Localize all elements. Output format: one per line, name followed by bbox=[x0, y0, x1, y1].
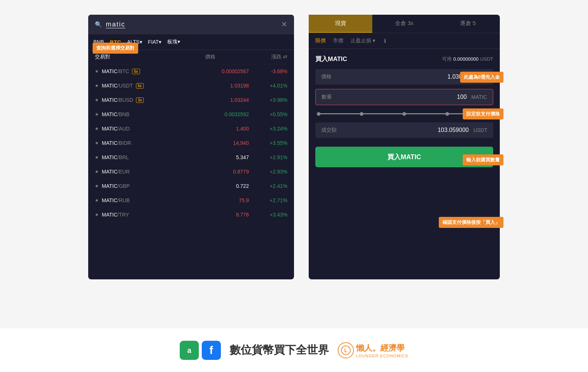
qty-currency: MATIC bbox=[471, 94, 487, 100]
pair-name: MATIC/EUR bbox=[102, 169, 130, 175]
change-cell: +2.71% bbox=[249, 197, 287, 203]
change-cell: +3.98% bbox=[249, 97, 287, 103]
pair-name: MATIC/TRY bbox=[102, 212, 129, 218]
svg-text:a: a bbox=[187, 346, 191, 354]
trade-row[interactable]: ★ MATIC/EUR 0.8779 +2.93% bbox=[88, 165, 294, 179]
pair-name: MATIC/BRL bbox=[102, 154, 129, 160]
trade-row[interactable]: ★ MATIC/TRY 8.776 +3.43% bbox=[88, 208, 294, 222]
star-icon: ★ bbox=[95, 198, 99, 203]
filter-tab-fiat[interactable]: FIAT▾ bbox=[148, 38, 161, 46]
star-icon: ★ bbox=[95, 83, 99, 88]
buy-title: 買入MATIC bbox=[315, 55, 347, 63]
slider-dot-75 bbox=[444, 111, 449, 116]
tooltip-confirm: 確認支付價格後按「買入」 bbox=[439, 217, 503, 228]
header-pair: 交易對 bbox=[95, 54, 172, 60]
trade-row[interactable]: ★ MATIC/AUD 1.400 +3.24% bbox=[88, 122, 294, 136]
change-cell: +3.55% bbox=[249, 140, 287, 146]
filter-tab-block[interactable]: 板塊▾ bbox=[167, 38, 180, 46]
slider-dot-50 bbox=[402, 111, 407, 116]
qty-label: 數量 bbox=[322, 94, 332, 100]
brand-icon: L bbox=[338, 342, 354, 358]
subtab-limit[interactable]: 限價 bbox=[315, 37, 326, 44]
change-cell: +0.55% bbox=[249, 111, 287, 117]
price-cell: 0.722 bbox=[172, 183, 249, 189]
search-bar[interactable]: 🔍 matic ✕ bbox=[88, 15, 294, 34]
change-cell: +3.43% bbox=[249, 212, 287, 218]
available-label: 可用 bbox=[442, 56, 452, 62]
trade-row[interactable]: ★ MATIC/USDT 5x 1.03198 +4.01% bbox=[88, 79, 294, 93]
change-cell: +2.41% bbox=[249, 183, 287, 189]
price-cell: 14,940 bbox=[172, 140, 249, 146]
price-cell: 75.9 bbox=[172, 197, 249, 203]
brand-sub: LOUNGER ECONOMICS bbox=[356, 354, 408, 358]
star-icon: ★ bbox=[95, 97, 99, 103]
tab-isolated[interactable]: 逐倉 5 bbox=[436, 15, 500, 33]
orange-query-label: 查詢和選擇交易對 bbox=[93, 43, 138, 54]
trade-row[interactable]: ★ MATIC/RUB 75.9 +2.71% bbox=[88, 193, 294, 208]
search-input[interactable]: matic bbox=[106, 21, 277, 28]
trade-row[interactable]: ★ MATIC/BIDR 14,940 +3.55% bbox=[88, 136, 294, 150]
leverage-badge: 5x bbox=[132, 69, 140, 74]
change-cell: +2.93% bbox=[249, 169, 287, 175]
qty-value-group: 100 MATIC bbox=[457, 94, 487, 100]
trade-row[interactable]: ★ MATIC/BUSD 3x 1.03244 +3.98% bbox=[88, 93, 294, 107]
price-cell: 5.347 bbox=[172, 154, 249, 160]
pair-name: MATIC/BUSD bbox=[102, 97, 133, 103]
qty-row[interactable]: 數量 100 MATIC bbox=[315, 89, 493, 105]
main-container: 查詢和選擇交易對 🔍 matic ✕ BNB BTC ALTS▾ FIAT▾ 板… bbox=[0, 0, 588, 372]
price-label: 價格 bbox=[321, 74, 331, 80]
slider-dot-0 bbox=[316, 111, 321, 116]
logo-icons: a f bbox=[180, 341, 221, 360]
price-cell: 0.00002567 bbox=[172, 68, 249, 74]
amount-value-group: 103.059000 USDT bbox=[438, 127, 487, 133]
buy-header: 買入MATIC 可用 0.00000000 USDT bbox=[315, 55, 493, 63]
trade-row[interactable]: ★ MATIC/BRL 5.347 +2.91% bbox=[88, 150, 294, 165]
available-info: 可用 0.00000000 USDT bbox=[442, 56, 493, 62]
star-icon: ★ bbox=[95, 112, 99, 117]
change-cell: +3.24% bbox=[249, 126, 287, 132]
price-cell: 1.03244 bbox=[172, 97, 249, 103]
brand-text: 懶人。經濟學 LOUNGER ECONOMICS bbox=[356, 343, 408, 358]
trade-row[interactable]: ★ MATIC/BNB 0.0032592 +0.55% bbox=[88, 107, 294, 122]
info-icon: ℹ bbox=[384, 38, 386, 44]
price-cell: 0.8779 bbox=[172, 169, 249, 175]
tab-cross[interactable]: 全倉 3x bbox=[372, 15, 436, 33]
tab-spot[interactable]: 現貨 bbox=[309, 15, 372, 33]
price-cell: 1.400 bbox=[172, 126, 249, 132]
brand-logo: L 懶人。經濟學 LOUNGER ECONOMICS bbox=[338, 342, 408, 358]
subtab-stop[interactable]: 止盈止損 ▾ bbox=[351, 37, 375, 44]
star-icon: ★ bbox=[95, 183, 99, 189]
trade-row[interactable]: ★ MATIC/GBP 0.722 +2.41% bbox=[88, 179, 294, 193]
pair-name: MATIC/BIDR bbox=[102, 140, 131, 146]
trade-rows: ★ MATIC/BTC 5x 0.00002567 -3.68% ★ MATIC… bbox=[88, 64, 294, 222]
search-icon: 🔍 bbox=[95, 21, 102, 28]
brand-name: 懶人。經濟學 bbox=[356, 343, 405, 354]
close-icon[interactable]: ✕ bbox=[281, 20, 287, 29]
available-value: 0.00000000 bbox=[453, 56, 478, 62]
available-currency: USDT bbox=[480, 56, 493, 62]
tooltip-price: 設定欲支付價格 bbox=[463, 108, 503, 119]
pair-name: MATIC/GBP bbox=[102, 183, 130, 189]
header-price: 價格 bbox=[172, 54, 249, 60]
pair-name: MATIC/BTC bbox=[102, 68, 129, 74]
logo-facebook: f bbox=[202, 341, 221, 360]
subtab-market[interactable]: 市價 bbox=[333, 37, 343, 44]
pair-name: MATIC/AUD bbox=[102, 126, 130, 132]
price-cell: 0.0032592 bbox=[172, 111, 249, 117]
change-cell: +2.91% bbox=[249, 154, 287, 160]
pair-name: MATIC/BNB bbox=[102, 111, 129, 117]
trade-row[interactable]: ★ MATIC/BTC 5x 0.00002567 -3.68% bbox=[88, 64, 294, 79]
star-icon: ★ bbox=[95, 140, 99, 146]
svg-text:L: L bbox=[344, 347, 348, 353]
tooltip-qty: 輸入欲購買數量 bbox=[463, 154, 503, 165]
amount-row: 成交額 103.059000 USDT bbox=[315, 122, 493, 138]
header-change: 漲跌 ⇄ bbox=[249, 54, 287, 60]
right-panel: 現貨 全倉 3x 逐倉 5 限價 市價 止盈止損 ▾ ℹ 買入MATIC 可用 … bbox=[309, 15, 500, 279]
star-icon: ★ bbox=[95, 212, 99, 217]
logo-green: a bbox=[180, 341, 199, 360]
change-cell: -3.68% bbox=[249, 68, 287, 74]
amount-label: 成交額 bbox=[321, 127, 337, 133]
price-cell: 1.03198 bbox=[172, 83, 249, 89]
pair-name: MATIC/RUB bbox=[102, 197, 130, 203]
star-icon: ★ bbox=[95, 69, 99, 74]
